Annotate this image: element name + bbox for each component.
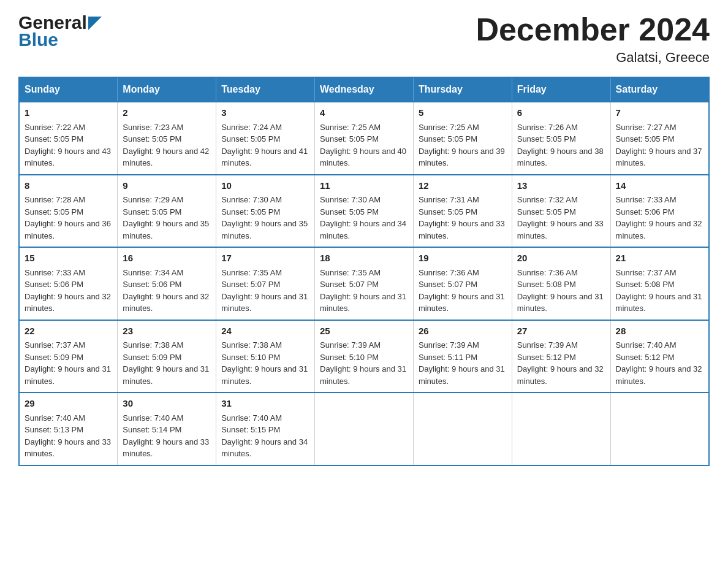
weekday-header-friday: Friday xyxy=(512,77,610,102)
day-number: 11 xyxy=(320,179,408,193)
weekday-header-tuesday: Tuesday xyxy=(216,77,315,102)
calendar-cell: 27Sunrise: 7:39 AMSunset: 5:12 PMDayligh… xyxy=(512,320,610,393)
calendar-subtitle: Galatsi, Greece xyxy=(476,50,710,66)
day-sunrise: Sunrise: 7:40 AMSunset: 5:15 PMDaylight:… xyxy=(221,413,308,459)
day-sunrise: Sunrise: 7:39 AMSunset: 5:12 PMDaylight:… xyxy=(517,340,604,386)
day-sunrise: Sunrise: 7:38 AMSunset: 5:09 PMDaylight:… xyxy=(123,340,209,386)
svg-marker-0 xyxy=(88,17,102,30)
day-sunrise: Sunrise: 7:23 AMSunset: 5:05 PMDaylight:… xyxy=(123,123,209,168)
day-sunrise: Sunrise: 7:37 AMSunset: 5:09 PMDaylight:… xyxy=(25,340,111,386)
day-number: 21 xyxy=(616,251,703,266)
day-sunrise: Sunrise: 7:38 AMSunset: 5:10 PMDaylight:… xyxy=(221,340,308,386)
calendar-cell: 4Sunrise: 7:25 AMSunset: 5:05 PMDaylight… xyxy=(315,102,414,175)
weekday-header-thursday: Thursday xyxy=(413,77,512,102)
weekday-header-sunday: Sunday xyxy=(19,77,118,102)
calendar-cell: 30Sunrise: 7:40 AMSunset: 5:14 PMDayligh… xyxy=(118,393,216,465)
day-sunrise: Sunrise: 7:30 AMSunset: 5:05 PMDaylight:… xyxy=(221,195,308,240)
calendar-cell: 17Sunrise: 7:35 AMSunset: 5:07 PMDayligh… xyxy=(216,247,315,320)
calendar-cell xyxy=(413,393,512,465)
calendar-cell: 28Sunrise: 7:40 AMSunset: 5:12 PMDayligh… xyxy=(610,320,709,393)
calendar-cell: 19Sunrise: 7:36 AMSunset: 5:07 PMDayligh… xyxy=(413,247,512,320)
calendar-cell: 21Sunrise: 7:37 AMSunset: 5:08 PMDayligh… xyxy=(610,247,709,320)
day-sunrise: Sunrise: 7:40 AMSunset: 5:12 PMDaylight:… xyxy=(616,340,702,386)
day-number: 5 xyxy=(419,106,507,120)
calendar-cell: 13Sunrise: 7:32 AMSunset: 5:05 PMDayligh… xyxy=(512,175,610,248)
calendar-cell: 31Sunrise: 7:40 AMSunset: 5:15 PMDayligh… xyxy=(216,393,315,465)
day-sunrise: Sunrise: 7:25 AMSunset: 5:05 PMDaylight:… xyxy=(320,123,406,168)
logo-blue-text: Blue xyxy=(18,29,58,50)
calendar-cell: 6Sunrise: 7:26 AMSunset: 5:05 PMDaylight… xyxy=(512,102,610,175)
calendar-cell: 8Sunrise: 7:28 AMSunset: 5:05 PMDaylight… xyxy=(19,175,118,248)
day-number: 13 xyxy=(517,179,605,193)
day-number: 15 xyxy=(25,251,112,266)
day-sunrise: Sunrise: 7:33 AMSunset: 5:06 PMDaylight:… xyxy=(25,268,111,313)
calendar-week-row: 29Sunrise: 7:40 AMSunset: 5:13 PMDayligh… xyxy=(19,393,709,465)
weekday-header-row: SundayMondayTuesdayWednesdayThursdayFrid… xyxy=(19,77,709,102)
calendar-cell: 12Sunrise: 7:31 AMSunset: 5:05 PMDayligh… xyxy=(413,175,512,248)
day-number: 26 xyxy=(419,324,507,339)
calendar-week-row: 1Sunrise: 7:22 AMSunset: 5:05 PMDaylight… xyxy=(19,102,709,175)
day-sunrise: Sunrise: 7:22 AMSunset: 5:05 PMDaylight:… xyxy=(25,123,111,168)
logo-arrow-icon xyxy=(88,17,102,30)
calendar-cell: 25Sunrise: 7:39 AMSunset: 5:10 PMDayligh… xyxy=(315,320,414,393)
weekday-header-saturday: Saturday xyxy=(610,77,709,102)
calendar-cell xyxy=(315,393,414,465)
calendar-table: SundayMondayTuesdayWednesdayThursdayFrid… xyxy=(18,77,710,466)
day-sunrise: Sunrise: 7:24 AMSunset: 5:05 PMDaylight:… xyxy=(221,123,308,168)
calendar-cell: 14Sunrise: 7:33 AMSunset: 5:06 PMDayligh… xyxy=(610,175,709,248)
day-number: 1 xyxy=(25,106,112,120)
day-sunrise: Sunrise: 7:35 AMSunset: 5:07 PMDaylight:… xyxy=(221,268,308,313)
calendar-cell: 23Sunrise: 7:38 AMSunset: 5:09 PMDayligh… xyxy=(118,320,216,393)
day-number: 12 xyxy=(419,179,507,193)
day-number: 19 xyxy=(419,251,507,266)
day-number: 23 xyxy=(123,324,211,339)
day-number: 9 xyxy=(123,179,211,193)
day-number: 29 xyxy=(25,397,112,411)
day-number: 2 xyxy=(123,106,211,120)
day-sunrise: Sunrise: 7:26 AMSunset: 5:05 PMDaylight:… xyxy=(517,123,604,168)
day-number: 30 xyxy=(123,397,211,411)
calendar-cell xyxy=(610,393,709,465)
day-number: 4 xyxy=(320,106,408,120)
day-number: 7 xyxy=(616,106,703,120)
calendar-cell: 16Sunrise: 7:34 AMSunset: 5:06 PMDayligh… xyxy=(118,247,216,320)
day-sunrise: Sunrise: 7:25 AMSunset: 5:05 PMDaylight:… xyxy=(419,123,505,168)
day-sunrise: Sunrise: 7:28 AMSunset: 5:05 PMDaylight:… xyxy=(25,195,111,240)
calendar-cell: 3Sunrise: 7:24 AMSunset: 5:05 PMDaylight… xyxy=(216,102,315,175)
weekday-header-wednesday: Wednesday xyxy=(315,77,414,102)
day-sunrise: Sunrise: 7:39 AMSunset: 5:10 PMDaylight:… xyxy=(320,340,406,386)
day-number: 20 xyxy=(517,251,605,266)
day-number: 8 xyxy=(25,179,112,193)
day-sunrise: Sunrise: 7:32 AMSunset: 5:05 PMDaylight:… xyxy=(517,195,604,240)
day-number: 3 xyxy=(221,106,309,120)
calendar-cell: 18Sunrise: 7:35 AMSunset: 5:07 PMDayligh… xyxy=(315,247,414,320)
calendar-cell: 22Sunrise: 7:37 AMSunset: 5:09 PMDayligh… xyxy=(19,320,118,393)
calendar-week-row: 8Sunrise: 7:28 AMSunset: 5:05 PMDaylight… xyxy=(19,175,709,248)
day-sunrise: Sunrise: 7:36 AMSunset: 5:08 PMDaylight:… xyxy=(517,268,604,313)
day-number: 17 xyxy=(221,251,309,266)
day-number: 18 xyxy=(320,251,408,266)
logo: General Blue xyxy=(18,12,102,50)
day-sunrise: Sunrise: 7:33 AMSunset: 5:06 PMDaylight:… xyxy=(616,195,702,240)
page-header: General Blue December 2024 Galatsi, Gree… xyxy=(18,12,710,66)
day-number: 14 xyxy=(616,179,703,193)
day-sunrise: Sunrise: 7:40 AMSunset: 5:13 PMDaylight:… xyxy=(25,413,111,459)
day-sunrise: Sunrise: 7:36 AMSunset: 5:07 PMDaylight:… xyxy=(419,268,505,313)
calendar-cell: 1Sunrise: 7:22 AMSunset: 5:05 PMDaylight… xyxy=(19,102,118,175)
calendar-cell: 5Sunrise: 7:25 AMSunset: 5:05 PMDaylight… xyxy=(413,102,512,175)
day-sunrise: Sunrise: 7:35 AMSunset: 5:07 PMDaylight:… xyxy=(320,268,406,313)
calendar-title-block: December 2024 Galatsi, Greece xyxy=(476,12,710,66)
day-number: 6 xyxy=(517,106,605,120)
calendar-cell: 10Sunrise: 7:30 AMSunset: 5:05 PMDayligh… xyxy=(216,175,315,248)
day-sunrise: Sunrise: 7:39 AMSunset: 5:11 PMDaylight:… xyxy=(419,340,505,386)
day-sunrise: Sunrise: 7:34 AMSunset: 5:06 PMDaylight:… xyxy=(123,268,209,313)
calendar-cell: 2Sunrise: 7:23 AMSunset: 5:05 PMDaylight… xyxy=(118,102,216,175)
calendar-cell: 9Sunrise: 7:29 AMSunset: 5:05 PMDaylight… xyxy=(118,175,216,248)
calendar-title: December 2024 xyxy=(476,12,710,47)
weekday-header-monday: Monday xyxy=(118,77,216,102)
calendar-week-row: 15Sunrise: 7:33 AMSunset: 5:06 PMDayligh… xyxy=(19,247,709,320)
day-sunrise: Sunrise: 7:30 AMSunset: 5:05 PMDaylight:… xyxy=(320,195,406,240)
day-number: 24 xyxy=(221,324,309,339)
day-number: 22 xyxy=(25,324,112,339)
day-sunrise: Sunrise: 7:37 AMSunset: 5:08 PMDaylight:… xyxy=(616,268,702,313)
